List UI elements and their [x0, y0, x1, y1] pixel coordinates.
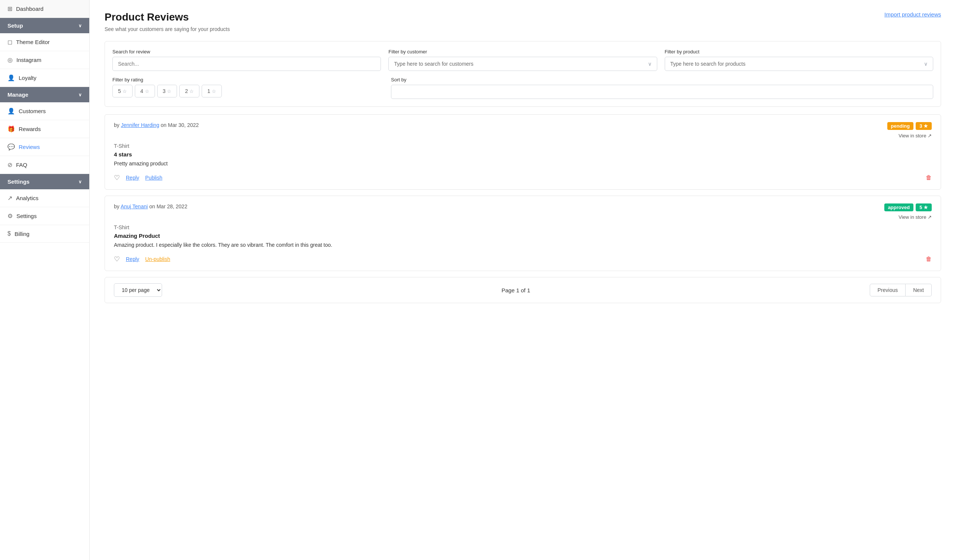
main-content: Product Reviews Import product reviews S…	[90, 0, 956, 560]
review-date-2: Mar 28, 2022	[156, 204, 187, 209]
sidebar-item-faq[interactable]: ⊘ FAQ	[0, 156, 89, 174]
rating-buttons: 5 ☆ 4 ☆ 3 ☆ 2 ☆ 1 ☆	[112, 85, 384, 97]
import-link[interactable]: Import product reviews	[884, 11, 941, 17]
reply-link-2[interactable]: Reply	[126, 256, 139, 262]
reply-link-1[interactable]: Reply	[126, 175, 139, 181]
sidebar-item-instagram[interactable]: ◎ Instagram	[0, 51, 89, 69]
sort-label: Sort by	[391, 77, 933, 83]
sidebar-section-settings[interactable]: Settings ∨	[0, 174, 89, 189]
review-body-1: Pretty amazing product	[114, 160, 932, 168]
product-label: Filter by product	[665, 49, 933, 55]
like-icon-2[interactable]: ♡	[114, 255, 120, 263]
sidebar-item-billing[interactable]: $ Billing	[0, 225, 89, 243]
review-body-2: Amazing product. I especially like the c…	[114, 241, 932, 249]
review-meta-1: by Jennifer Harding on Mar 30, 2022	[114, 122, 199, 128]
product-select[interactable]: Type here to search for products ∨	[665, 57, 933, 71]
sidebar-item-dashboard-label: Dashboard	[16, 6, 43, 12]
review-rating-1: 4 stars	[114, 151, 932, 158]
loyalty-icon: 👤	[8, 74, 15, 82]
rating-btn-4[interactable]: 4 ☆	[135, 85, 155, 97]
filter-group-search: Search for review	[112, 49, 381, 71]
review-card-1: by Jennifer Harding on Mar 30, 2022 pend…	[105, 114, 941, 190]
sidebar-item-reviews[interactable]: 💬 Reviews	[0, 138, 89, 156]
page-info: Page 1 of 1	[502, 287, 530, 293]
reviews-icon: 💬	[8, 143, 15, 151]
sidebar-item-customers[interactable]: 👤 Customers	[0, 102, 89, 120]
page-header: Product Reviews Import product reviews	[105, 11, 941, 23]
action-left-1: ♡ Reply Publish	[114, 174, 162, 182]
review-badges-1: pending 3 ★ View in store ↗	[887, 122, 932, 138]
review-header-1: by Jennifer Harding on Mar 30, 2022 pend…	[114, 122, 932, 138]
analytics-icon: ↗	[8, 195, 12, 202]
filter-group-sort: Sort by	[391, 77, 933, 99]
like-icon-1[interactable]: ♡	[114, 174, 120, 182]
filter-row-2: Filter by rating 5 ☆ 4 ☆ 3 ☆ 2 ☆ 1 ☆ Sor…	[112, 77, 933, 99]
faq-icon: ⊘	[8, 161, 12, 168]
search-label: Search for review	[112, 49, 381, 55]
theme-editor-icon: ◻	[8, 38, 12, 45]
settings-chevron-icon: ∨	[79, 179, 82, 184]
customer-label: Filter by customer	[388, 49, 657, 55]
sidebar-section-setup[interactable]: Setup ∨	[0, 18, 89, 33]
sidebar-item-theme-editor[interactable]: ◻ Theme Editor	[0, 33, 89, 51]
star-icon-4: ☆	[145, 88, 149, 94]
status-badge-1: pending	[887, 122, 914, 130]
rating-btn-1[interactable]: 1 ☆	[202, 85, 222, 97]
next-button[interactable]: Next	[906, 284, 932, 296]
sidebar-section-manage[interactable]: Manage ∨	[0, 87, 89, 102]
sidebar-item-reviews-label: Reviews	[19, 144, 40, 150]
unpublish-link-2[interactable]: Un-publish	[145, 256, 170, 262]
per-page-select[interactable]: 10 per page	[114, 283, 162, 297]
filter-section: Search for review Filter by customer Typ…	[105, 41, 941, 107]
review-product-2: T-Shirt	[114, 224, 932, 231]
sidebar-item-settings[interactable]: ⚙ Settings	[0, 207, 89, 225]
instagram-icon: ◎	[8, 56, 13, 63]
setup-chevron-icon: ∨	[79, 23, 82, 28]
search-input[interactable]	[112, 57, 381, 71]
review-author-1[interactable]: Jennifer Harding	[121, 122, 159, 128]
publish-link-1[interactable]: Publish	[145, 175, 162, 181]
customer-placeholder: Type here to search for customers	[394, 61, 473, 67]
customer-select[interactable]: Type here to search for customers ∨	[388, 57, 657, 71]
star-icon-5: ☆	[123, 88, 127, 94]
sidebar-item-billing-label: Billing	[14, 231, 30, 237]
delete-icon-2[interactable]: 🗑	[926, 256, 932, 262]
delete-icon-1[interactable]: 🗑	[926, 174, 932, 181]
sidebar-item-analytics-label: Analytics	[16, 195, 38, 201]
view-in-store-1[interactable]: View in store ↗	[898, 133, 932, 138]
filter-group-product: Filter by product Type here to search fo…	[665, 49, 933, 71]
manage-chevron-icon: ∨	[79, 92, 82, 97]
filter-group-rating: Filter by rating 5 ☆ 4 ☆ 3 ☆ 2 ☆ 1 ☆	[112, 77, 384, 99]
filter-row-1: Search for review Filter by customer Typ…	[112, 49, 933, 71]
pagination-bar: 10 per page Page 1 of 1 Previous Next	[105, 277, 941, 303]
sidebar-item-customers-label: Customers	[19, 108, 46, 114]
customers-icon: 👤	[8, 108, 15, 115]
billing-icon: $	[8, 231, 11, 237]
view-in-store-2[interactable]: View in store ↗	[898, 214, 932, 220]
review-author-2[interactable]: Anuj Tenani	[121, 204, 148, 209]
review-header-2: by Anuj Tenani on Mar 28, 2022 approved …	[114, 204, 932, 220]
badge-row-2: approved 5 ★	[884, 204, 932, 211]
sidebar-item-faq-label: FAQ	[16, 162, 27, 168]
rating-btn-2[interactable]: 2 ☆	[179, 85, 200, 97]
sidebar-item-loyalty[interactable]: 👤 Loyalty	[0, 69, 89, 87]
review-badges-2: approved 5 ★ View in store ↗	[884, 204, 932, 220]
previous-button[interactable]: Previous	[870, 284, 906, 296]
pagination-buttons: Previous Next	[870, 284, 932, 296]
sidebar-item-dashboard[interactable]: ⊞ Dashboard	[0, 0, 89, 18]
sidebar-item-instagram-label: Instagram	[16, 57, 41, 63]
sidebar-item-rewards[interactable]: 🎁 Rewards	[0, 120, 89, 138]
rating-btn-3[interactable]: 3 ☆	[157, 85, 178, 97]
product-placeholder: Type here to search for products	[670, 61, 746, 67]
review-rating-2: Amazing Product	[114, 232, 932, 239]
review-card-2: by Anuj Tenani on Mar 28, 2022 approved …	[105, 196, 941, 271]
sidebar-item-analytics[interactable]: ↗ Analytics	[0, 189, 89, 207]
customer-chevron-icon: ∨	[648, 61, 652, 67]
rewards-icon: 🎁	[8, 125, 15, 133]
rating-label: Filter by rating	[112, 77, 384, 83]
sidebar: ⊞ Dashboard Setup ∨ ◻ Theme Editor ◎ Ins…	[0, 0, 90, 560]
rating-btn-5[interactable]: 5 ☆	[112, 85, 132, 97]
review-on-1: on	[160, 122, 168, 128]
sort-input[interactable]	[391, 85, 933, 99]
review-on-2: on	[149, 204, 156, 209]
